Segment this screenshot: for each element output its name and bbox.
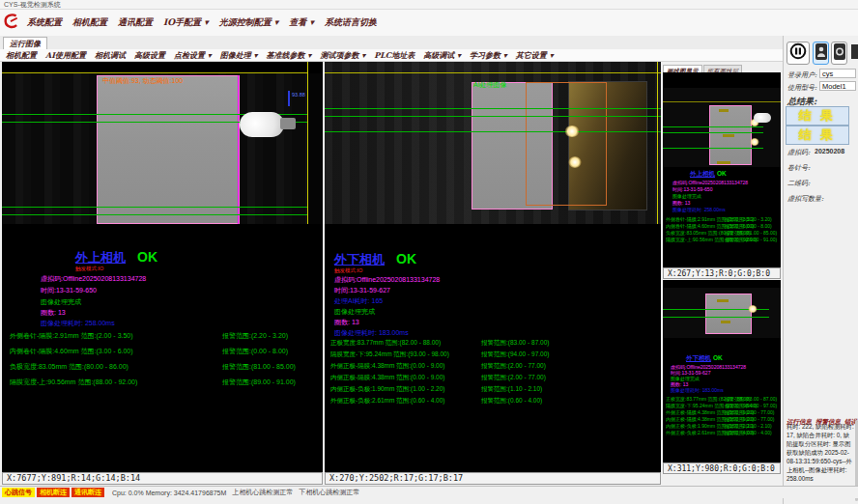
tool-camera-debug[interactable]: 相机调试	[95, 50, 126, 61]
result-box-upper: 结 果	[786, 106, 849, 126]
exit-icon	[850, 43, 858, 64]
mini-panel-lower: 外下相机 OK 虚拟码:Offline20250208133134728 时间:…	[663, 280, 781, 462]
pixel-readout-upper: X:7677;Y:891;R:14;G:14;B:14	[2, 472, 323, 485]
tool-ai-usage-config[interactable]: AI使用配置	[45, 50, 86, 61]
tool-advanced-settings[interactable]: 高级设置	[134, 50, 165, 61]
menu-item-system-config[interactable]: 系统配置	[27, 16, 62, 29]
tool-image-processing[interactable]: 图像处理 ▾	[220, 50, 258, 61]
result-ok-upper: OK	[137, 250, 157, 264]
time-line-upper: 时间:13-31-59-650	[41, 287, 97, 294]
tab-run-image[interactable]: 运行图像	[3, 37, 47, 50]
mini-viewport-upper[interactable]	[663, 88, 781, 167]
guide-line-green	[663, 132, 763, 133]
threshold-label: 中值阈值:93, 动态阈值:100	[102, 77, 183, 84]
camera-panel-lower: AI处理图像 外下相机 OK 触发模式:IO 虚拟码:Offline202502…	[325, 62, 661, 472]
heartbeat-badge: 心跳信号	[2, 488, 35, 497]
pixel-coords-lower: X:270;Y:2502;R:17;G:17;B:17	[329, 473, 463, 483]
measure-row: 负极宽度:83.05mm 范围:(80.00 - 86.00)	[10, 363, 129, 370]
cpu-memory-readout: Cpu: 0.0% Memory: 3424.41796875M	[112, 490, 226, 496]
camera-viewport-upper[interactable]: 中值阈值:93, 动态阈值:100 93.88	[2, 73, 323, 224]
qr-code-label: 二维码:	[787, 179, 810, 188]
annotation-mark	[717, 161, 730, 164]
barcode-line-upper: 虚拟码:Offline20250208133134728	[41, 275, 146, 282]
marker-bracket-blue	[288, 91, 290, 106]
alarm-range: 报警范围:(0.00 - 8.00)	[222, 348, 288, 354]
write-count-label: 虚拟写数量:	[787, 194, 823, 204]
weld-glow-spot	[568, 156, 582, 168]
lower-camera-heartbeat-status: 下相机心跳检测正常	[299, 488, 359, 497]
alarm-range: 报警范围:(1.10 - 2.10)	[481, 386, 542, 393]
camera-viewport-lower[interactable]: AI处理图像	[325, 62, 661, 224]
pause-icon	[789, 42, 807, 64]
menu-item-io-config[interactable]: IO手配置 ▾	[163, 16, 209, 29]
menu-item-camera-config[interactable]: 相机配置	[72, 16, 107, 29]
reference-line-olive	[663, 101, 781, 102]
guide-line-green	[325, 131, 661, 132]
status-bar: 心跳信号 相机断连 通讯断连 Cpu: 0.0% Memory: 3424.41…	[0, 486, 858, 498]
camera-disconnect-badge: 相机断连	[37, 488, 70, 497]
device-button[interactable]	[831, 42, 847, 65]
menu-item-light-config[interactable]: 光源控制配置 ▾	[219, 16, 279, 29]
ai-detect-rect	[526, 82, 607, 206]
mini-alarm-range: 报警范围:(2.20 - 3.20)	[725, 217, 772, 222]
tool-spotcheck-settings[interactable]: 点检设置 ▾	[174, 50, 212, 61]
mini-turns-upper: 圈数: 13	[672, 201, 690, 206]
tool-learning-params[interactable]: 学习参数 ▾	[470, 50, 507, 61]
marker-value-label: 93.88	[292, 93, 305, 98]
status-line-lower: 图像处理完成	[334, 308, 375, 315]
measure-row: 内侧正极-隔膜:4.38mm 范围:(0.00 - 9.00)	[330, 375, 444, 381]
proc-time-line-lower: 图像处理耗时: 183.00ms	[334, 329, 409, 336]
camera-title-lower: 外下相机	[334, 253, 385, 266]
app-window: CYS-视觉检测系统 系统配置 相机配置 通讯配置 IO手配置 ▾ 光源控制配置…	[0, 0, 858, 504]
guide-line-green	[325, 116, 661, 117]
tool-test-item-params[interactable]: 测试项参数 ▾	[320, 50, 365, 61]
weld-glow-spot	[750, 138, 759, 146]
vertical-reference-line-yellow	[307, 62, 308, 224]
mini-alarm-range: 报警范围:(2.00 - 77.00)	[725, 410, 774, 415]
measure-row: 隔膜宽度-上:90.56mm 范围:(88.00 - 92.00)	[10, 378, 137, 385]
tool-plc-address-table[interactable]: PLC地址表	[374, 50, 415, 61]
menu-item-language-switch[interactable]: 系统语言切换	[325, 16, 377, 29]
mini-alarm-range: 报警范围:(81.00 - 85.00)	[725, 231, 777, 236]
menu-item-view[interactable]: 查看 ▾	[289, 16, 314, 29]
alarm-range: 报警范围:(94.00 - 97.00)	[481, 351, 549, 358]
menu-item-comm-config[interactable]: 通讯配置	[118, 16, 153, 29]
pause-button[interactable]	[786, 42, 810, 65]
upper-camera-heartbeat-status: 上相机心跳检测正常	[232, 488, 293, 497]
turns-line-lower: 圈数: 13	[334, 319, 359, 325]
tool-other-settings[interactable]: 其它设置 ▾	[516, 50, 554, 61]
sidebar: 登录用户: cys 使用型号: Model1 总结果: 结 果 结 果 虚拟码:…	[783, 36, 858, 504]
alarm-range: 报警范围:(2.20 - 3.20)	[222, 332, 288, 339]
measure-row: 外侧正极-负极:2.61mm 范围:(0.60 - 4.00)	[330, 398, 444, 405]
login-user-value[interactable]: cys	[819, 69, 856, 78]
alarm-range: 报警范围:(0.60 - 4.00)	[481, 398, 542, 405]
tool-camera-config[interactable]: 相机配置	[6, 50, 37, 61]
trigger-mode-upper: 触发模式:IO	[75, 266, 103, 272]
mini-viewport-lower[interactable]	[663, 288, 781, 338]
roller-blob	[754, 113, 771, 123]
app-logo-icon	[3, 11, 21, 34]
model-value[interactable]: Model1	[819, 81, 856, 91]
title-bar: CYS-视觉检测系统	[0, 0, 858, 10]
mini-alarm-range: 报警范围:(89.00 - 91.00)	[725, 238, 777, 242]
guide-line-green	[325, 108, 661, 109]
tool-baseline-params[interactable]: 基准线参数 ▾	[267, 50, 312, 61]
exit-button[interactable]	[849, 42, 858, 65]
mini-alarm-range: 报警范围:(2.00 - 77.00)	[725, 417, 774, 422]
mini-proc-upper: 图像处理耗时: 258.00ms	[672, 208, 726, 212]
tab-strip: 运行图像	[0, 36, 858, 50]
turns-line-upper: 圈数: 13	[41, 309, 66, 316]
model-label: 使用型号:	[787, 83, 816, 93]
mini-coords-upper: X:267;Y:13;R:0;G:0;B:0	[668, 269, 770, 278]
mini-panel-upper: 外上相机 OK 虚拟码:Offline20250208133134728 时间:…	[663, 72, 781, 267]
mini-alarm-range: 报警范围:(0.60 - 4.00)	[725, 431, 772, 435]
pixel-coords-upper: X:7677;Y:891;R:14;G:14;B:14	[7, 473, 140, 483]
mini-alarm-range: 报警范围:(0.00 - 8.00)	[725, 224, 772, 229]
mini-ok-upper: OK	[717, 171, 727, 178]
mini-status-upper: 图像处理完成	[672, 194, 701, 199]
tool-advanced-debug[interactable]: 高级调试 ▾	[423, 50, 461, 61]
login-user-button[interactable]	[813, 42, 829, 65]
mini-alarm-range: 报警范围:(83.00 - 87.00)	[725, 397, 777, 402]
virtual-code-value: 20250208	[815, 148, 844, 154]
result-ok-lower: OK	[396, 252, 416, 266]
